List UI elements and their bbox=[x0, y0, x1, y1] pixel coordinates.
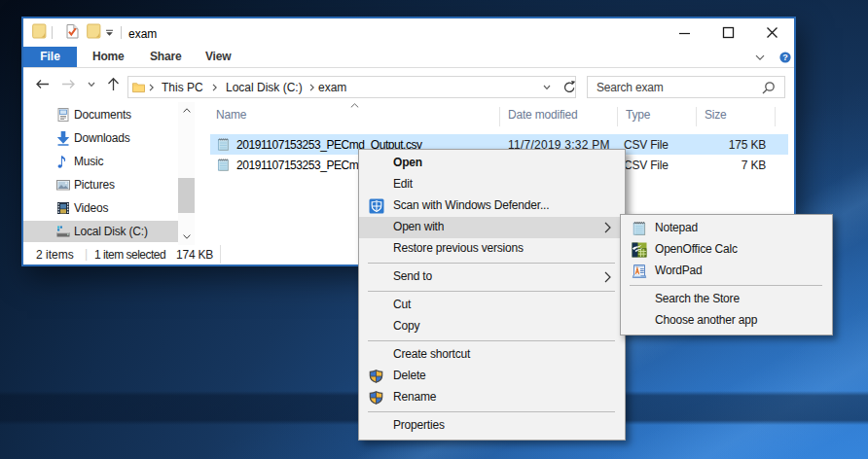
svg-text:?: ? bbox=[782, 53, 788, 62]
